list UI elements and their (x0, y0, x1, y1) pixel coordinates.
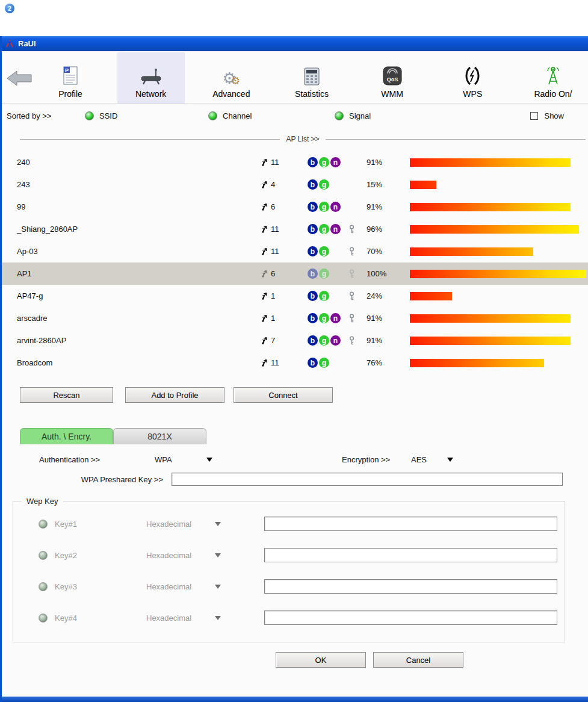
wep-key-input[interactable] (264, 548, 557, 562)
add-to-profile-button[interactable]: Add to Profile (125, 387, 224, 403)
encryption-label: Encryption >> (342, 455, 402, 464)
step-2-badge: 2 (5, 4, 14, 13)
toolbar-item-wmm[interactable]: QoS WMM (359, 52, 426, 104)
mode-g-badge: g (319, 291, 329, 301)
channel-number: 6 (271, 202, 275, 211)
wep-key-rows: Key#1 Hexadecimal Key#2 Hexadecimal Key#… (13, 508, 565, 633)
wep-key-radio[interactable] (39, 582, 48, 591)
ap-mode-badges: bgn (308, 157, 348, 167)
lock-icon (348, 336, 355, 346)
signal-bar-fill (410, 292, 452, 300)
ap-row[interactable]: _Shiang_2860AP 11 bgn 96% (2, 218, 588, 240)
raui-window: RaUI P (0, 36, 588, 702)
ap-row[interactable]: 99 6 bgn 91% (2, 196, 588, 218)
chevron-down-icon[interactable] (215, 553, 221, 558)
toolbar-item-network[interactable]: Network (117, 52, 185, 104)
toolbar-item-advanced[interactable]: ⚙⚙ Advanced (197, 52, 265, 104)
sort-option-signal[interactable]: Signal (335, 111, 443, 120)
ap-signal-bar (410, 337, 586, 345)
ap-mode-badges: bgn (308, 335, 348, 346)
wep-format-dropdown-value[interactable]: Hexadecimal (146, 613, 202, 623)
toolbar: P Profile (2, 51, 588, 104)
encryption-dropdown-value[interactable]: AES (411, 455, 438, 464)
ap-ssid: _Shiang_2860AP (17, 225, 261, 234)
authentication-dropdown-value[interactable]: WPA (155, 455, 197, 464)
wep-key-input[interactable] (264, 610, 557, 625)
ap-signal-bar (410, 225, 586, 234)
preshared-key-input[interactable] (172, 473, 563, 486)
ap-row[interactable]: AP47-g 1 bg 24% (2, 285, 588, 307)
ap-ssid: AP47-g (17, 291, 261, 300)
toolbar-item-radio[interactable]: Radio On/ (519, 52, 587, 104)
wep-key-input[interactable] (264, 517, 557, 531)
wep-key-group-label: Wep Key (22, 497, 63, 506)
ap-channel: 11 (261, 358, 308, 367)
ap-list-title: AP List >> (286, 135, 319, 143)
rescan-button[interactable]: Rescan (20, 387, 113, 403)
ap-security (348, 314, 367, 323)
ok-button[interactable]: OK (276, 652, 366, 668)
wep-format-dropdown-value[interactable]: Hexadecimal (146, 582, 202, 591)
ap-list-header: AP List >> (2, 131, 588, 148)
back-button[interactable] (2, 52, 37, 104)
sort-option-channel[interactable]: Channel (208, 111, 335, 120)
channel-sort-led-icon[interactable] (208, 111, 217, 120)
ap-ssid: Ap-03 (17, 247, 261, 256)
chevron-down-icon[interactable] (215, 585, 221, 589)
ap-row[interactable]: 240 11 bgn 91% (2, 151, 588, 173)
wep-key-input[interactable] (264, 579, 557, 594)
wep-key-radio[interactable] (39, 520, 48, 529)
ap-mode-badges: bgn (308, 313, 348, 323)
toolbar-item-statistics[interactable]: Statistics (278, 52, 345, 104)
toolbar-items: P Profile (37, 52, 588, 104)
profile-icon: P (62, 63, 79, 86)
wep-format-dropdown-value[interactable]: Hexadecimal (146, 551, 202, 560)
ap-row[interactable]: AP1 6 bg 100% (2, 262, 588, 285)
ap-mode-badges: bgn (308, 224, 348, 234)
ap-row[interactable]: Ap-03 11 bg 70% (2, 240, 588, 262)
ap-signal-bar (410, 270, 586, 278)
channel-icon (261, 247, 268, 256)
tab-auth-encry[interactable]: Auth. \ Encry. (20, 428, 113, 444)
ap-row[interactable]: arscadre 1 bgn 91% (2, 307, 588, 329)
wps-icon (463, 63, 481, 86)
channel-icon (261, 314, 268, 323)
channel-icon (261, 336, 268, 345)
wep-key-radio[interactable] (39, 613, 48, 623)
signal-bar-fill (410, 203, 571, 211)
chevron-down-icon[interactable] (215, 522, 221, 526)
ap-row[interactable]: arvint-2860AP 7 bgn 91% (2, 329, 588, 352)
ap-signal-percent: 91% (367, 202, 410, 211)
mode-b-badge: b (308, 157, 318, 167)
chevron-down-icon[interactable] (215, 616, 221, 620)
wep-format-dropdown-value[interactable]: Hexadecimal (146, 520, 202, 529)
chevron-down-icon[interactable] (206, 458, 212, 462)
sort-option-ssid[interactable]: SSID (85, 111, 208, 120)
toolbar-item-profile[interactable]: P Profile (37, 52, 104, 104)
sort-bar: Sorted by >> SSID Channel Signal Show (2, 104, 588, 127)
ap-security (348, 336, 367, 346)
ssid-sort-led-icon[interactable] (85, 111, 94, 120)
toolbar-item-wps[interactable]: WPS (439, 52, 506, 104)
ap-signal-bar (410, 203, 586, 211)
ap-channel: 11 (261, 158, 308, 167)
divider-line (20, 139, 280, 140)
ap-signal-bar (410, 359, 586, 367)
mode-g-badge: g (319, 313, 329, 323)
ap-ssid: 240 (17, 158, 261, 167)
signal-sort-led-icon[interactable] (335, 111, 344, 120)
ap-channel: 11 (261, 247, 308, 256)
window-titlebar[interactable]: RaUI (2, 36, 588, 51)
lock-icon (348, 314, 355, 323)
mode-g-badge: g (319, 246, 329, 256)
cancel-button[interactable]: Cancel (373, 652, 463, 668)
mode-g-badge: g (319, 269, 329, 279)
chevron-down-icon[interactable] (447, 458, 453, 462)
show-checkbox[interactable] (530, 112, 538, 120)
ap-row[interactable]: 243 4 bg 15% (2, 173, 588, 196)
connect-button[interactable]: Connect (234, 387, 333, 403)
tab-8021x[interactable]: 8021X (113, 428, 206, 444)
wep-key-radio[interactable] (39, 551, 48, 560)
ap-row[interactable]: Broadcom 11 bg 76% (2, 352, 588, 374)
toolbar-label-radio: Radio On/ (534, 89, 572, 99)
